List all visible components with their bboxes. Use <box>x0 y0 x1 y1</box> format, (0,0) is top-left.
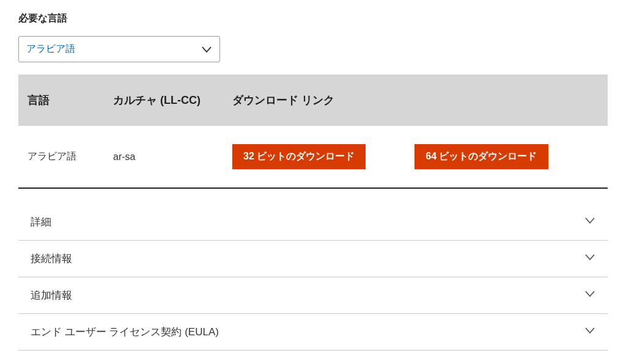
accordion-item-details[interactable]: 詳細 <box>18 204 608 241</box>
accordion: 詳細 接続情報 追加情報 エンド ユーザー ライセンス契約 (EULA) <box>18 204 608 351</box>
table-row: アラビア語 ar-sa 32 ビットのダウンロード 64 ビットのダウンロード <box>18 126 608 189</box>
accordion-item-additional[interactable]: 追加情報 <box>18 277 608 314</box>
header-culture: カルチャ (LL-CC) <box>113 93 232 107</box>
chevron-down-icon <box>201 44 212 55</box>
cell-culture: ar-sa <box>113 151 232 162</box>
header-language: 言語 <box>28 93 113 107</box>
accordion-item-connection[interactable]: 接続情報 <box>18 241 608 277</box>
accordion-label: 追加情報 <box>31 288 72 302</box>
accordion-label: 詳細 <box>31 215 51 229</box>
cell-download: 32 ビットのダウンロード 64 ビットのダウンロード <box>232 144 602 169</box>
chevron-down-icon <box>584 288 595 302</box>
download-table: 言語 カルチャ (LL-CC) ダウンロード リンク アラビア語 ar-sa 3… <box>18 75 608 189</box>
language-section-label: 必要な言語 <box>18 12 608 25</box>
accordion-item-eula[interactable]: エンド ユーザー ライセンス契約 (EULA) <box>18 314 608 351</box>
cell-language: アラビア語 <box>28 150 113 163</box>
accordion-label: エンド ユーザー ライセンス契約 (EULA) <box>31 325 219 339</box>
chevron-down-icon <box>584 252 595 266</box>
language-dropdown-value: アラビア語 <box>26 43 75 56</box>
chevron-down-icon <box>584 325 595 339</box>
download-32bit-button[interactable]: 32 ビットのダウンロード <box>232 144 366 169</box>
language-dropdown[interactable]: アラビア語 <box>18 36 220 62</box>
header-download-links: ダウンロード リンク <box>232 93 598 107</box>
table-header-row: 言語 カルチャ (LL-CC) ダウンロード リンク <box>18 75 608 126</box>
accordion-label: 接続情報 <box>31 252 72 266</box>
download-64bit-button[interactable]: 64 ビットのダウンロード <box>414 144 548 169</box>
chevron-down-icon <box>584 215 595 229</box>
